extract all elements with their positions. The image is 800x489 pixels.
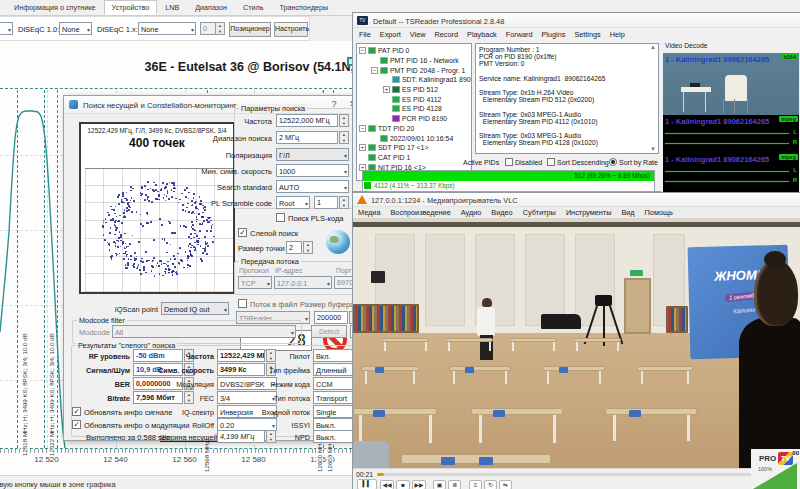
analyzer-tab[interactable]: Транспондеры [271,0,336,15]
next-button[interactable]: ▶▶ [412,480,426,489]
tsreader-menu-item[interactable]: Help [610,30,625,39]
code-mode-select[interactable]: CCM [313,377,357,390]
positioner-button[interactable]: Позиционер [229,22,271,37]
tree-item[interactable]: ES PID 4112 [359,94,471,104]
tsreader-menu-item[interactable]: File [359,30,371,39]
tree-expander-icon[interactable]: + [383,86,390,93]
tree-item[interactable]: PCR PID 8190 [359,114,471,124]
position-field[interactable]: 0 [200,22,216,35]
tsreader-menu-item[interactable]: Settings [574,30,600,39]
pl-scramble-field[interactable]: 1 [314,196,338,209]
vlc-menu-item[interactable]: Инструменты [566,208,612,217]
tsreader-menu-item[interactable]: Record [435,30,459,39]
freq-result-field[interactable]: 12522,429 МГ [217,349,265,362]
tree-expander-icon[interactable]: − [371,67,378,74]
carrier-width-field[interactable]: 4,199 МГц [217,430,265,443]
vlc-menu-item[interactable]: Вид [621,208,634,217]
stream-type-select[interactable]: Transport [313,391,357,404]
freq-result-spinner[interactable]: ▴▾ [266,349,276,362]
buffer-field[interactable]: 200000 [314,311,348,324]
npd-select[interactable]: Выкл. [313,430,357,443]
audio-decode-panel[interactable]: 1 - Kaliningrad1 89062164265 mpeg L R [663,115,799,153]
tree-item[interactable]: + SDT PID 17 <1> [359,143,471,153]
vlc-menu-item[interactable]: Аудио [461,208,482,217]
vlc-menu-item[interactable]: Медиа [358,208,380,217]
dot-size-field[interactable]: 2 [286,241,302,254]
symrate-field[interactable]: 3499 Кс [217,363,265,376]
shuffle-button[interactable]: ⇆ [499,480,512,489]
tree-expander-icon[interactable]: − [359,47,366,54]
frequency-field[interactable]: 12522,000 МГц [276,114,338,127]
tsreader-titlebar[interactable]: TV Default -- TSReader Professional 2.8.… [353,13,800,28]
vlc-seekbar[interactable] [377,473,793,476]
vlc-menu-item[interactable]: Субтитры [523,208,556,217]
vlc-video-area[interactable]: ЖНОМ! 1 сентября 2022 Калининград [353,218,800,468]
stop-button[interactable]: ■ [396,480,410,489]
extended-settings-button[interactable]: ≣ [448,480,461,489]
to-file-checkbox[interactable] [238,299,247,308]
input-stream-select[interactable]: Single [313,405,357,418]
analyzer-tab[interactable]: Диапазон [187,0,235,15]
pause-button[interactable]: ▍▍ [357,479,377,489]
polarization-select[interactable]: Г/Л [276,148,349,161]
tree-item[interactable]: − PMT PID 2048 - Progr. 1 [359,65,471,75]
active-pids-sortrate[interactable]: Sort by Rate [609,158,658,166]
position-spinner[interactable]: ▴▾ [215,22,225,35]
sort-descending-checkbox[interactable] [547,158,555,166]
tsreader-menu-item[interactable]: Plugins [541,30,565,39]
diseqc10-select[interactable]: None [59,22,92,35]
diseqc1x-select[interactable]: None [138,22,196,35]
blind-search-checkbox[interactable]: ✓ [238,228,247,237]
tsreader-details[interactable]: Program Number : 1PCR on PID 8190 (0x1ff… [475,43,659,154]
analyzer-tab[interactable]: Информация о спутнике [6,0,104,15]
tree-item[interactable]: + ES PID 512 [359,85,471,95]
pls-search-checkbox[interactable] [276,213,285,222]
tree-item[interactable]: ES PID 4128 [359,104,471,114]
previous-button[interactable]: ◀◀ [380,480,394,489]
details-scroll-up-icon[interactable]: ▲ [650,44,656,50]
tree-item[interactable]: CAT PID 1 [359,153,471,163]
tree-item[interactable]: − TDT PID 20 [359,124,471,134]
pid-bar-list[interactable]: 512 (89.26% ~ 6.89 Mbps) 4112 (4.11% ~ 3… [362,170,655,192]
protocol-select[interactable]: TCP [238,276,272,289]
vlc-titlebar[interactable]: 127.0.0.1:1234 - Медиапроигрыватель VLC [353,193,800,207]
sort-by-rate-radio[interactable] [609,158,617,166]
detect-button[interactable]: Detect [311,325,347,338]
tree-expander-icon[interactable]: + [359,144,366,151]
analyzer-tab[interactable]: LNB [157,0,187,15]
partial-combo[interactable] [0,22,13,35]
fullscreen-button[interactable]: ▣ [433,480,446,489]
pl-scramble-spinner[interactable]: ▴▾ [339,196,349,209]
tsreader-menu-item[interactable]: Playback [467,30,497,39]
tsreader-menu-item[interactable]: View [410,30,426,39]
tsreader-tree[interactable]: − PAT PID 0 PMT PID 16 - Network − PMT P… [356,43,472,181]
playlist-button[interactable]: ≡ [469,480,482,489]
active-pids-disabled[interactable]: Disabled [505,158,542,166]
analyzer-tab[interactable]: Стиль [235,0,271,15]
loop-button[interactable]: ↻ [484,480,497,489]
tsreader-menu-item[interactable]: Export [380,30,401,39]
ip-select[interactable]: 127.0.0.1 [274,276,332,289]
active-pids-sortdesc[interactable]: Sort Descending [547,158,609,166]
tree-expander-icon[interactable]: − [359,125,366,132]
tsreader-menu-item[interactable]: Forward [506,30,533,39]
disabled-checkbox[interactable] [505,158,513,166]
vlc-menu-item[interactable]: Помощь [645,208,673,217]
setup-button[interactable]: Настроить [274,22,308,37]
tree-item[interactable]: SDT: Kaliningrad1 89062164265 [359,75,471,85]
pid-bar[interactable]: 4112 (4.11% ~ 313.37 Kbps) [363,181,654,191]
details-scroll-down-icon[interactable]: ▼ [650,146,656,152]
min-symrate-select[interactable]: 1000 [276,164,349,177]
analyzer-tab[interactable]: Устройство [104,0,158,15]
pilot-select[interactable]: Вкл. [313,349,357,362]
frequency-spinner[interactable]: ▴▾ [339,114,349,127]
port-field[interactable]: 6970 [334,276,354,289]
frame-select[interactable]: Длинный [313,363,357,376]
audio-decode-panel[interactable]: 1 - Kaliningrad1 89062164265 mpeg L R [663,153,799,191]
update-modulation-checkbox[interactable]: ✓ [72,420,81,429]
vlc-menu-item[interactable]: Видео [491,208,512,217]
pid-bar[interactable]: 512 (89.26% ~ 6.89 Mbps) [363,171,654,181]
video-decode-thumbnail[interactable]: 1 - Kaliningrad1 89062164265 h264 [663,53,799,115]
iqscan-select[interactable]: Demod IQ out [161,302,229,315]
dot-size-spinner[interactable]: ▴▾ [303,241,313,254]
